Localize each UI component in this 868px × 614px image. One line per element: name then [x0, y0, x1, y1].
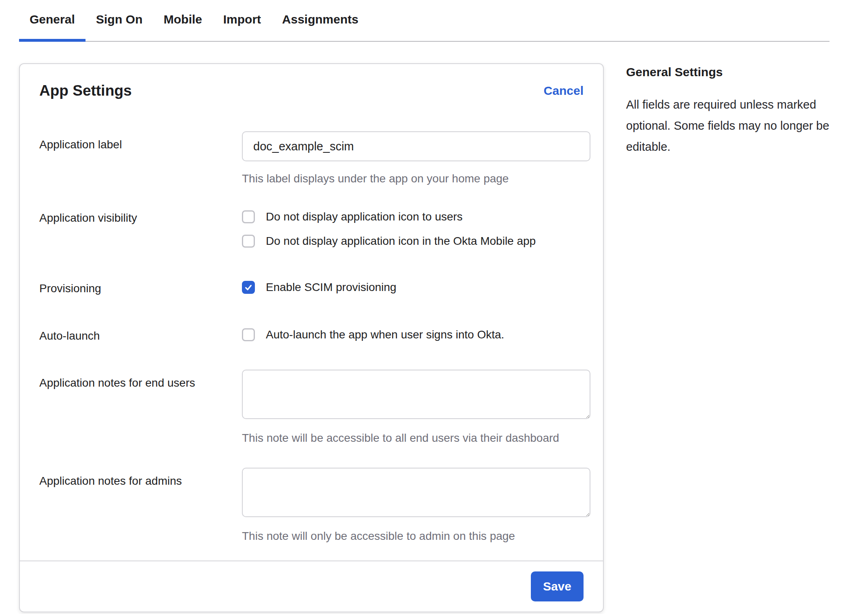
auto-launch-label: Auto-launch	[39, 328, 242, 343]
sidebar-title: General Settings	[626, 65, 837, 79]
tab-assignments-label: Assignments	[282, 13, 358, 26]
notes-end-users-textarea[interactable]	[242, 370, 590, 419]
panel-title: App Settings	[39, 82, 132, 100]
field-notes-end-users: Application notes for end users This not…	[39, 370, 584, 445]
cancel-button[interactable]: Cancel	[544, 84, 584, 98]
tab-sign-on-label: Sign On	[96, 13, 143, 26]
panel-footer: Save	[20, 561, 603, 612]
checkbox-box[interactable]	[242, 210, 255, 223]
tab-mobile-label: Mobile	[164, 13, 202, 26]
tab-mobile[interactable]: Mobile	[153, 0, 213, 41]
tab-general[interactable]: General	[19, 0, 86, 41]
application-visibility-label: Application visibility	[39, 210, 242, 225]
checkbox-box[interactable]	[242, 281, 255, 294]
application-label-label: Application label	[39, 131, 242, 152]
tab-sign-on[interactable]: Sign On	[86, 0, 153, 41]
checkbox-enable-scim-provisioning[interactable]: Enable SCIM provisioning	[242, 280, 584, 294]
save-button[interactable]: Save	[531, 571, 584, 601]
tab-import-label: Import	[223, 13, 261, 26]
field-application-visibility: Application visibility Do not display ap…	[39, 210, 584, 248]
field-application-label: Application label This label displays un…	[39, 131, 584, 186]
tab-general-label: General	[30, 13, 75, 26]
general-settings-sidebar: General Settings All fields are required…	[626, 63, 837, 157]
sidebar-description: All fields are required unless marked op…	[626, 94, 837, 157]
field-provisioning: Provisioning Enable SCIM provisioning	[39, 280, 584, 295]
checkbox-box[interactable]	[242, 328, 255, 341]
tab-import[interactable]: Import	[213, 0, 272, 41]
notes-end-users-label: Application notes for end users	[39, 370, 242, 390]
checkbox-hide-icon-users[interactable]: Do not display application icon to users	[242, 210, 584, 224]
application-label-help: This label displays under the app on you…	[242, 172, 590, 186]
checkbox-label: Enable SCIM provisioning	[266, 280, 396, 294]
application-label-input[interactable]	[242, 131, 590, 161]
notes-admins-textarea[interactable]	[242, 468, 590, 517]
tab-assignments[interactable]: Assignments	[272, 0, 369, 41]
field-auto-launch: Auto-launch Auto-launch the app when use…	[39, 328, 584, 343]
checkmark-icon	[244, 283, 253, 292]
checkbox-box[interactable]	[242, 235, 255, 248]
notes-admins-help: This note will only be accessible to adm…	[242, 529, 590, 543]
notes-end-users-help: This note will be accessible to all end …	[242, 431, 590, 445]
panel-header: App Settings Cancel	[39, 82, 584, 100]
provisioning-label: Provisioning	[39, 280, 242, 295]
field-notes-admins: Application notes for admins This note w…	[39, 468, 584, 543]
checkbox-auto-launch[interactable]: Auto-launch the app when user signs into…	[242, 328, 584, 342]
app-settings-panel: App Settings Cancel Application label Th…	[19, 63, 604, 612]
notes-admins-label: Application notes for admins	[39, 468, 242, 488]
checkbox-hide-icon-mobile[interactable]: Do not display application icon in the O…	[242, 234, 584, 248]
checkbox-label: Do not display application icon in the O…	[266, 234, 536, 248]
checkbox-label: Do not display application icon to users	[266, 210, 463, 224]
checkbox-label: Auto-launch the app when user signs into…	[266, 328, 504, 342]
tab-bar: General Sign On Mobile Import Assignment…	[19, 0, 830, 42]
main-content: App Settings Cancel Application label Th…	[19, 63, 868, 612]
